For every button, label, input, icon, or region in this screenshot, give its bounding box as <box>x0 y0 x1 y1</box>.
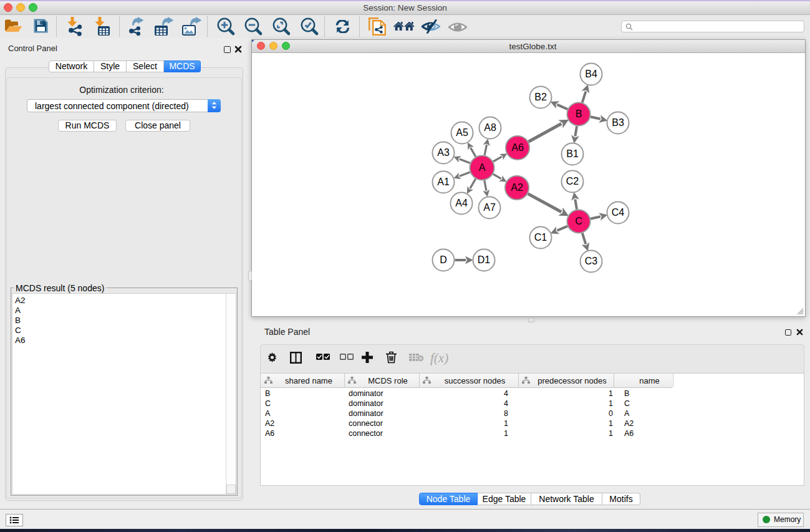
svg-text:A3: A3 <box>437 147 450 158</box>
svg-text:C: C <box>575 216 582 226</box>
svg-text:B4: B4 <box>585 69 597 79</box>
svg-text:A1: A1 <box>437 177 450 187</box>
svg-text:C3: C3 <box>585 256 598 266</box>
svg-text:B3: B3 <box>612 117 624 128</box>
svg-text:A5: A5 <box>456 127 468 138</box>
svg-text:A6: A6 <box>511 142 524 153</box>
svg-text:A7: A7 <box>483 202 496 213</box>
svg-text:C4: C4 <box>612 207 625 218</box>
svg-text:A: A <box>479 162 486 173</box>
svg-text:D1: D1 <box>478 254 491 265</box>
svg-text:B1: B1 <box>566 148 579 159</box>
svg-text:A8: A8 <box>484 122 496 133</box>
svg-text:C1: C1 <box>534 232 547 243</box>
svg-text:A4: A4 <box>455 198 468 208</box>
svg-text:B2: B2 <box>534 92 547 102</box>
svg-text:C2: C2 <box>566 176 579 186</box>
svg-text:D: D <box>440 254 447 265</box>
svg-text:B: B <box>576 109 582 119</box>
svg-text:A2: A2 <box>511 182 523 193</box>
